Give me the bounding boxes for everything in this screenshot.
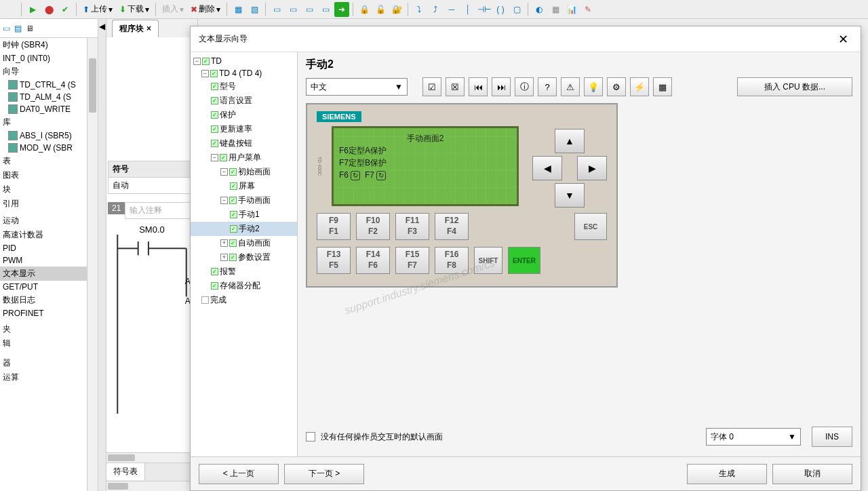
ins-button[interactable]: INS <box>812 427 852 447</box>
tree-icon[interactable]: ▭ <box>3 24 10 33</box>
tree-item[interactable]: PWM <box>0 254 98 267</box>
info-icon[interactable]: ⓘ <box>515 77 534 96</box>
tree-node[interactable]: ✓屏幕 <box>191 179 297 193</box>
tree-node-td[interactable]: −✓TD <box>191 55 297 67</box>
delete-button[interactable]: ✖删除▾ <box>188 3 223 15</box>
contact-icon[interactable]: ⊣⊢ <box>477 2 492 17</box>
default-screen-checkbox[interactable] <box>306 432 315 441</box>
tree-item[interactable]: 图表 <box>0 168 98 182</box>
tree-node[interactable]: ✓手动1 <box>191 208 297 222</box>
vertical-scrollbar[interactable] <box>87 38 98 491</box>
close-icon[interactable]: ✕ <box>833 30 852 49</box>
tree-item[interactable]: TD_ALM_4 (S <box>0 91 98 103</box>
tree-node-done[interactable]: 完成 <box>191 293 297 307</box>
edit-icon[interactable]: ✎ <box>580 2 595 17</box>
tab-symbol-table[interactable]: 符号表 <box>106 463 145 480</box>
enter-button[interactable]: ENTER <box>508 247 540 274</box>
gear-icon[interactable]: ⚙ <box>607 77 626 96</box>
nav-down-button[interactable]: ▼ <box>555 183 585 208</box>
bulb-icon[interactable]: 💡 <box>584 77 603 96</box>
tree-node[interactable]: ✓键盘按钮 <box>191 136 297 151</box>
lcd-screen[interactable]: 手动画面2 F6定型A保护 F7定型B保护 F6 F7 <box>332 126 519 206</box>
tree-node[interactable]: ✓语言设置 <box>191 94 297 108</box>
window-icon[interactable]: ▭ <box>302 2 317 17</box>
nav-up-button[interactable]: ▲ <box>555 129 585 153</box>
window-icon[interactable]: ▭ <box>285 2 300 17</box>
tree-item[interactable]: 数据日志 <box>0 293 98 307</box>
symbol-value[interactable]: 自动 <box>108 178 196 194</box>
tree-item[interactable]: 高速计数器 <box>0 228 98 242</box>
tree-item[interactable]: 时钟 (SBR4) <box>0 38 98 52</box>
next-button[interactable]: 下一页 > <box>284 464 364 484</box>
tree-icon[interactable]: ▤ <box>14 24 22 33</box>
rewind-icon[interactable]: ⏮ <box>469 77 488 96</box>
compile-icon[interactable]: ✔ <box>58 2 73 17</box>
collapse-handle[interactable]: ◀ <box>98 19 106 491</box>
esc-button[interactable]: ESC <box>574 213 607 240</box>
fkey-button[interactable]: F14F6 <box>356 247 390 274</box>
tree-node-td4[interactable]: −✓TD 4 (TD 4) <box>191 67 297 79</box>
horizontal-scrollbar[interactable]: ▶ <box>106 481 197 491</box>
line-icon[interactable]: ─ <box>444 2 459 17</box>
tree-node[interactable]: +✓自动画面 <box>191 236 297 250</box>
tab-program-block[interactable]: 程序块× <box>112 20 159 37</box>
upload-button[interactable]: ⬆上传▾ <box>80 3 115 15</box>
check-icon[interactable]: ☑ <box>422 77 441 96</box>
grid-icon[interactable]: ▦ <box>653 77 672 96</box>
fkey-button[interactable]: F9F1 <box>317 213 351 240</box>
coil-icon[interactable]: ( ) <box>493 2 508 17</box>
tree-node[interactable]: ✓型号 <box>191 79 297 94</box>
tree-item[interactable]: ABS_I (SBR5) <box>0 130 98 142</box>
lock-icon[interactable]: 🔐 <box>389 2 404 17</box>
fkey-button[interactable]: F16F8 <box>435 247 469 274</box>
tree-item[interactable]: 运算 <box>0 370 98 385</box>
shift-button[interactable]: SHIFT <box>474 247 502 274</box>
tree-item[interactable]: 向导 <box>0 64 98 79</box>
tree-item[interactable]: DAT0_WRITE <box>0 103 98 115</box>
tree-item[interactable]: 器 <box>0 356 98 370</box>
tree-item[interactable]: 表 <box>0 154 98 168</box>
window-icon[interactable]: ▭ <box>318 2 333 17</box>
tree-node[interactable]: ✓存储器分配 <box>191 279 297 293</box>
language-select[interactable]: 中文▼ <box>306 78 408 96</box>
tree-item[interactable]: 辑 <box>0 336 98 351</box>
go-icon[interactable]: ➜ <box>334 2 349 17</box>
tree-item[interactable]: 运动 <box>0 214 98 228</box>
tree-node[interactable]: ✓保护 <box>191 108 297 122</box>
grid-icon[interactable]: ▦ <box>548 2 563 17</box>
box-icon[interactable]: ▢ <box>509 2 524 17</box>
tree-item[interactable]: PROFINET <box>0 307 98 319</box>
warning-icon[interactable]: ⚠ <box>561 77 580 96</box>
close-icon[interactable]: × <box>146 24 151 33</box>
nav-left-button[interactable]: ◀ <box>532 156 562 180</box>
comment-field[interactable]: 输入注释 <box>125 202 193 219</box>
tool-icon[interactable]: ▦ <box>231 2 245 17</box>
tree-item[interactable]: TD_CTRL_4 (S <box>0 79 98 91</box>
stop-icon[interactable]: ⬤ <box>41 2 56 17</box>
tree-node[interactable]: −✓用户菜单 <box>191 151 297 165</box>
branch-icon[interactable]: ⤴ <box>428 2 443 17</box>
tree-item[interactable]: 引用 <box>0 197 98 211</box>
tree-item[interactable]: GET/PUT <box>0 281 98 293</box>
toggle-icon[interactable]: ◐ <box>532 2 547 17</box>
ladder-diagram[interactable]: SM0.0 A A <box>108 219 196 409</box>
lock-icon[interactable]: 🔓 <box>373 2 388 17</box>
tree-node[interactable]: +✓参数设置 <box>191 250 297 264</box>
tree-item[interactable]: 夹 <box>0 322 98 336</box>
help-icon[interactable]: ? <box>538 77 557 96</box>
cancel-button[interactable]: 取消 <box>772 464 852 484</box>
tool-icon[interactable]: ▧ <box>247 2 262 17</box>
bolt-icon[interactable]: ⚡ <box>630 77 649 96</box>
tree-item[interactable]: MOD_W (SBR <box>0 142 98 154</box>
lock-icon[interactable]: 🔒 <box>357 2 372 17</box>
branch-icon[interactable]: ⤵ <box>412 2 427 17</box>
fkey-button[interactable]: F13F5 <box>317 247 351 274</box>
project-tree[interactable]: 时钟 (SBR4) INT_0 (INT0) 向导 TD_CTRL_4 (S T… <box>0 38 98 491</box>
tree-node[interactable]: ✓更新速率 <box>191 122 297 136</box>
tree-icon[interactable]: 🖥 <box>26 24 34 33</box>
line-icon[interactable]: │ <box>460 2 475 17</box>
wizard-tree[interactable]: −✓TD −✓TD 4 (TD 4) ✓型号 ✓语言设置 ✓保护 ✓更新速率 ✓… <box>191 52 298 456</box>
tree-item[interactable]: 文本显示 <box>0 267 98 281</box>
cross-icon[interactable]: ☒ <box>446 77 465 96</box>
nav-right-button[interactable]: ▶ <box>577 156 607 180</box>
